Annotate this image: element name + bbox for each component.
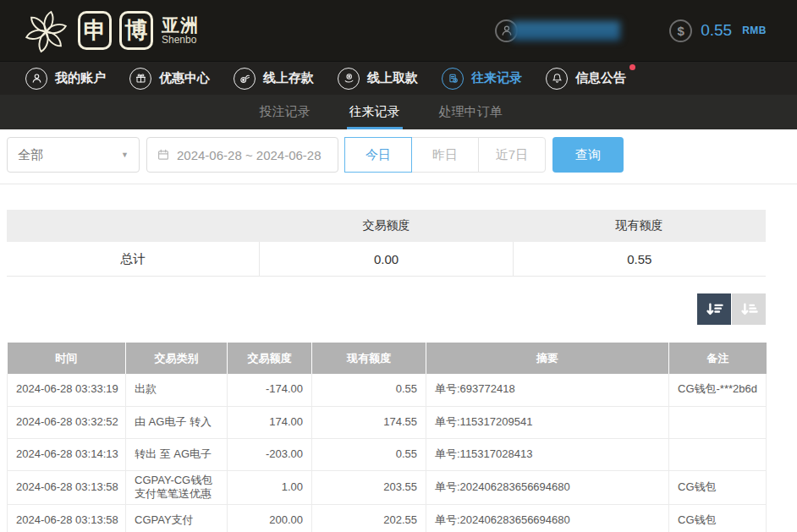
gift-icon <box>129 68 151 90</box>
cell-summary: 单号:115317209541 <box>426 406 669 438</box>
brand-name-en: Shenbo <box>162 35 199 46</box>
top-bar: 申 博 亚洲 Shenbo $ 0.55 RMB <box>0 0 797 61</box>
cell-balance: 202.55 <box>312 505 426 532</box>
summary-header-current: 现有额度 <box>513 210 766 242</box>
cell-time: 2024-06-28 03:14:13 <box>8 438 126 470</box>
nav-item-announcements[interactable]: 信息公告 <box>546 68 626 90</box>
cell-type: CGPAY-CG钱包支付笔笔送优惠 <box>126 470 228 505</box>
calendar-icon <box>157 148 170 162</box>
col-header-time: 时间 <box>8 343 126 374</box>
nav-item-promotions[interactable]: 优惠中心 <box>129 68 210 90</box>
brand-region: 亚洲 <box>162 15 199 35</box>
cell-type: 出款 <box>126 374 228 406</box>
col-header-remark: 备注 <box>669 343 767 374</box>
tab-label: 处理中订单 <box>439 104 503 120</box>
tab-label: 投注记录 <box>260 104 311 120</box>
cell-balance: 0.55 <box>312 374 426 406</box>
tab-bet-records[interactable]: 投注记录 <box>260 95 311 129</box>
summary-total-label: 总计 <box>7 242 259 276</box>
table-row: 2024-06-28 03:32:52 由 AG电子 转入 174.00 174… <box>8 406 767 438</box>
cell-amount: 174.00 <box>228 406 312 438</box>
cell-balance: 203.55 <box>312 470 426 505</box>
col-header-balance: 现有额度 <box>312 343 426 374</box>
username-redacted <box>512 21 620 41</box>
cell-type: 由 AG电子 转入 <box>126 406 228 438</box>
cell-amount: 1.00 <box>228 470 312 505</box>
sort-ascending-button[interactable] <box>732 293 766 325</box>
brand-char-bo: 博 <box>119 11 153 50</box>
quick-filter-last-7-days[interactable]: 近7日 <box>478 137 546 173</box>
cell-summary: 单号:693772418 <box>426 374 669 406</box>
cell-summary: 单号:202406283656694680 <box>426 470 669 505</box>
table-row: 2024-06-28 03:13:58 CGPAY-CG钱包支付笔笔送优惠 1.… <box>8 470 767 505</box>
cell-time: 2024-06-28 03:32:52 <box>8 406 126 438</box>
type-select[interactable]: 全部 ▼ <box>7 137 140 173</box>
table-row: 2024-06-28 03:14:13 转出 至 AG电子 -203.00 0.… <box>8 438 767 470</box>
date-range-input[interactable]: 2024-06-28 ~ 2024-06-28 <box>146 137 338 173</box>
cell-summary: 单号:115317028413 <box>426 438 669 470</box>
cell-balance: 174.55 <box>312 406 426 438</box>
cell-remark <box>669 406 767 438</box>
nav-item-deposit[interactable]: 线上存款 <box>234 68 314 90</box>
cell-remark <box>669 438 767 470</box>
cell-time: 2024-06-28 03:13:58 <box>8 505 126 532</box>
tab-label: 往来记录 <box>349 104 400 120</box>
sort-descending-button[interactable] <box>697 293 731 325</box>
user-account-chip[interactable] <box>495 19 620 42</box>
summary-header-row: 交易额度 现有额度 <box>7 210 766 242</box>
cell-remark: CG钱包-***2b6d <box>669 374 767 406</box>
search-button[interactable]: 查询 <box>552 137 624 173</box>
brand-logo[interactable]: 申 博 亚洲 Shenbo <box>22 7 199 55</box>
dollar-coin-icon: $ <box>669 19 692 42</box>
cell-remark: CG钱包 <box>669 505 767 532</box>
chevron-down-icon: ▼ <box>121 151 129 159</box>
table-row: 2024-06-28 03:33:19 出款 -174.00 0.55 单号:6… <box>8 374 767 406</box>
nav-item-my-account[interactable]: 我的账户 <box>25 68 106 90</box>
cell-type: CGPAY支付 <box>126 505 228 532</box>
col-header-type: 交易类别 <box>126 343 228 374</box>
main-nav: 我的账户 优惠中心 线上存款 线上取款 往来记录 信息公告 <box>0 61 797 95</box>
cell-summary: 单号:202406283656694680 <box>426 505 669 532</box>
col-header-summary: 摘要 <box>426 343 669 374</box>
tab-transaction-records[interactable]: 往来记录 <box>349 95 400 129</box>
cell-amount: -203.00 <box>228 438 312 470</box>
cell-time: 2024-06-28 03:33:19 <box>8 374 126 406</box>
nav-item-withdraw[interactable]: 线上取款 <box>338 68 418 90</box>
summary-transaction-total: 0.00 <box>259 242 512 276</box>
sort-controls <box>7 293 766 325</box>
balance-amount: 0.55 <box>701 21 732 40</box>
nav-item-label: 信息公告 <box>575 70 626 86</box>
summary-header-transaction: 交易额度 <box>260 210 513 242</box>
nav-item-label: 线上取款 <box>367 70 418 86</box>
tab-pending-orders[interactable]: 处理中订单 <box>439 95 503 129</box>
brand-char-shen: 申 <box>78 11 112 50</box>
cell-type: 转出 至 AG电子 <box>126 438 228 470</box>
quick-filter-yesterday[interactable]: 昨日 <box>411 137 479 173</box>
quick-filter-today[interactable]: 今日 <box>344 137 412 173</box>
cell-remark: CG钱包 <box>669 470 767 505</box>
summary-header-empty <box>7 210 260 242</box>
withdraw-icon <box>338 68 360 90</box>
nav-item-records[interactable]: 往来记录 <box>442 68 522 90</box>
notification-dot <box>629 64 635 70</box>
sort-descending-icon <box>705 301 724 317</box>
date-quick-filter-group: 今日 昨日 近7日 <box>345 137 546 173</box>
table-header-row: 时间 交易类别 交易额度 现有额度 摘要 备注 <box>8 343 767 374</box>
nav-item-label: 优惠中心 <box>159 70 210 86</box>
summary-current-total: 0.55 <box>513 242 766 276</box>
deposit-icon <box>234 68 256 90</box>
user-icon <box>25 68 47 90</box>
cell-amount: 200.00 <box>228 505 312 532</box>
nav-item-label: 我的账户 <box>55 70 106 86</box>
section-divider <box>0 184 797 184</box>
summary-total-row: 总计 0.00 0.55 <box>7 242 766 277</box>
cell-amount: -174.00 <box>228 374 312 406</box>
date-range-value: 2024-06-28 ~ 2024-06-28 <box>177 148 322 162</box>
cell-balance: 0.55 <box>312 438 426 470</box>
sub-tab-bar: 投注记录 往来记录 处理中订单 <box>0 95 797 129</box>
wallet-balance[interactable]: $ 0.55 RMB <box>669 19 767 42</box>
nav-item-label: 线上存款 <box>263 70 314 86</box>
sort-ascending-icon <box>739 301 759 317</box>
nav-item-label: 往来记录 <box>471 70 522 86</box>
summary-table: 交易额度 现有额度 总计 0.00 0.55 <box>7 210 766 277</box>
